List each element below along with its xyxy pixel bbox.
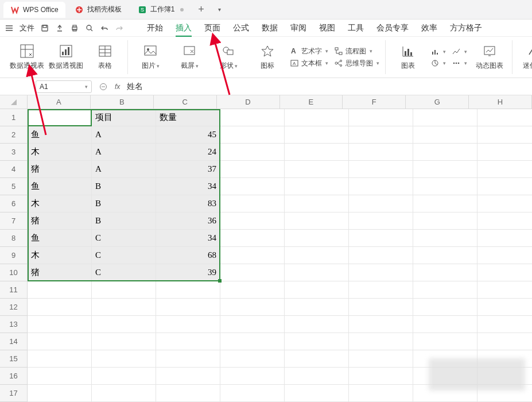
ribbon-tab-review[interactable]: 审阅 xyxy=(290,23,306,33)
ribbon-tab-member[interactable]: 会员专享 xyxy=(376,23,409,33)
shapes-button[interactable]: 形状▾ xyxy=(212,44,245,71)
cell[interactable] xyxy=(285,316,349,333)
row-header[interactable]: 17 xyxy=(0,385,28,402)
cell[interactable] xyxy=(220,144,285,161)
cell[interactable] xyxy=(477,212,532,230)
chart-line-small-button[interactable]: ▾ xyxy=(452,47,467,56)
cell[interactable] xyxy=(477,247,532,264)
sparkline-button[interactable]: 迷你图▾ xyxy=(518,44,532,71)
cell[interactable]: C xyxy=(92,264,156,281)
cell[interactable] xyxy=(220,212,285,230)
icons-button[interactable]: 图标 xyxy=(251,44,284,71)
cell[interactable] xyxy=(285,230,349,247)
cell[interactable]: 木 xyxy=(28,195,92,212)
cell[interactable] xyxy=(156,333,220,350)
cell[interactable] xyxy=(349,299,413,316)
cell[interactable] xyxy=(28,350,92,368)
cell[interactable] xyxy=(349,368,413,385)
cell[interactable]: 68 xyxy=(156,247,220,264)
cell[interactable] xyxy=(92,385,156,402)
cell[interactable] xyxy=(477,230,532,247)
ribbon-tab-start[interactable]: 开始 xyxy=(147,23,163,33)
cell[interactable] xyxy=(285,144,349,161)
undo-icon[interactable] xyxy=(100,24,109,33)
cell[interactable] xyxy=(220,299,285,316)
cell[interactable] xyxy=(413,264,477,281)
cell[interactable] xyxy=(349,212,413,230)
cell[interactable] xyxy=(156,385,220,402)
cell[interactable] xyxy=(28,333,92,350)
cell[interactable] xyxy=(285,264,349,281)
row-header[interactable]: 2 xyxy=(0,126,28,144)
cell[interactable] xyxy=(285,281,349,299)
row-header[interactable]: 3 xyxy=(0,144,28,161)
cell[interactable] xyxy=(156,368,220,385)
cell[interactable] xyxy=(413,144,477,161)
cell[interactable]: 鱼 xyxy=(28,178,92,195)
cell[interactable] xyxy=(413,316,477,333)
cell[interactable] xyxy=(349,247,413,264)
cell[interactable]: 猪 xyxy=(28,161,92,178)
cell[interactable] xyxy=(349,281,413,299)
cell[interactable] xyxy=(285,109,349,126)
screenshot-button[interactable]: 截屏▾ xyxy=(173,44,206,71)
cell[interactable] xyxy=(349,385,413,402)
cell[interactable] xyxy=(349,195,413,212)
ribbon-tab-insert[interactable]: 插入 xyxy=(176,23,192,33)
ribbon-tab-fanggezi[interactable]: 方方格子 xyxy=(450,23,482,33)
row-header[interactable]: 12 xyxy=(0,299,28,316)
cell[interactable] xyxy=(92,299,156,316)
mindmap-button[interactable]: 思维导图▾ xyxy=(334,59,379,68)
row-header[interactable]: 9 xyxy=(0,247,28,264)
row-header[interactable]: 15 xyxy=(0,350,28,368)
cell[interactable]: 34 xyxy=(156,178,220,195)
cell[interactable] xyxy=(285,126,349,144)
cell[interactable] xyxy=(413,212,477,230)
cell[interactable]: 猪 xyxy=(28,212,92,230)
cell[interactable] xyxy=(477,264,532,281)
cell[interactable]: 34 xyxy=(156,230,220,247)
cell[interactable] xyxy=(220,316,285,333)
cell[interactable] xyxy=(477,109,532,126)
cell[interactable] xyxy=(285,247,349,264)
cell[interactable] xyxy=(349,230,413,247)
cell[interactable] xyxy=(477,126,532,144)
spreadsheet-grid[interactable]: A B C D E F G H 1 2 3 4 5 6 7 8 9 10 11 … xyxy=(0,95,532,402)
cell[interactable]: C xyxy=(92,247,156,264)
cell[interactable]: 37 xyxy=(156,161,220,178)
cell[interactable] xyxy=(92,281,156,299)
cell[interactable] xyxy=(220,281,285,299)
cell[interactable] xyxy=(220,161,285,178)
tab-menu-button[interactable]: ▾ xyxy=(211,2,227,18)
cell[interactable] xyxy=(349,264,413,281)
cell[interactable] xyxy=(413,333,477,350)
cell[interactable] xyxy=(413,161,477,178)
redo-icon[interactable] xyxy=(115,24,124,33)
cell[interactable]: A xyxy=(92,161,156,178)
cell[interactable] xyxy=(220,109,285,126)
cell[interactable] xyxy=(285,368,349,385)
cell[interactable] xyxy=(156,299,220,316)
cell[interactable]: 木 xyxy=(28,144,92,161)
cell[interactable] xyxy=(349,333,413,350)
cell[interactable] xyxy=(477,316,532,333)
cell[interactable] xyxy=(220,195,285,212)
cell[interactable] xyxy=(285,212,349,230)
cell[interactable] xyxy=(477,144,532,161)
cell[interactable] xyxy=(156,316,220,333)
cell[interactable]: A xyxy=(92,126,156,144)
dynamic-chart-button[interactable]: 动态图表 xyxy=(473,44,506,71)
cell[interactable] xyxy=(92,368,156,385)
cell[interactable] xyxy=(477,195,532,212)
cell[interactable] xyxy=(285,385,349,402)
tab-wps-office[interactable]: WPS Office xyxy=(3,2,65,18)
cell[interactable]: A xyxy=(92,144,156,161)
cell[interactable] xyxy=(220,230,285,247)
cell[interactable] xyxy=(285,350,349,368)
cell[interactable] xyxy=(413,109,477,126)
col-header-g[interactable]: G xyxy=(406,95,469,109)
cell[interactable] xyxy=(349,316,413,333)
cell[interactable] xyxy=(413,281,477,299)
cell[interactable] xyxy=(220,178,285,195)
chart-pie-small-button[interactable]: ▾ xyxy=(430,59,446,68)
